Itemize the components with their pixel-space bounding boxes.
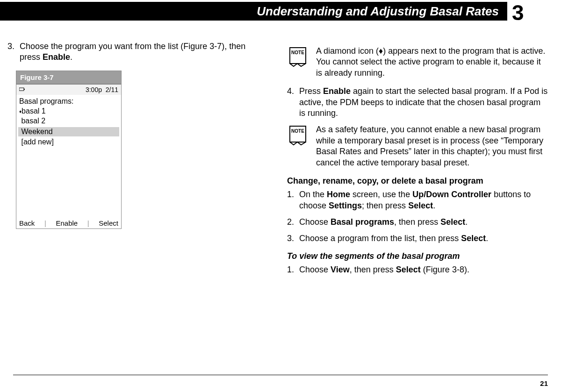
left-column: 3. Choose the program you want from the … <box>7 41 268 364</box>
substep-1: 1. On the Home screen, use the Up/Down C… <box>287 189 548 211</box>
text: Choose a program from the list, then pre… <box>299 234 461 243</box>
bold-enable: Enable <box>323 86 351 96</box>
bold-enable: Enable <box>43 52 70 62</box>
softkey-separator: | <box>87 219 89 228</box>
right-column: NOTE A diamond icon (♦) appears next to … <box>287 41 548 364</box>
device-softkeys: Back | Enable | Select <box>16 219 121 228</box>
device-status-bar: 3:00p 2/11 <box>16 85 121 95</box>
step-body: Press Enable again to start the selected… <box>299 86 548 119</box>
svg-text:NOTE: NOTE <box>291 128 304 134</box>
text: . <box>486 234 488 243</box>
text: Choose <box>299 217 331 227</box>
bold-select: Select <box>396 265 421 274</box>
softkey-select: Select <box>99 219 118 228</box>
item-label: basal 1 <box>22 107 46 115</box>
text: . <box>70 52 72 62</box>
step-3: 3. Choose the program you want from the … <box>7 41 268 63</box>
bold-home: Home <box>327 190 350 199</box>
softkey-separator: | <box>44 219 46 228</box>
time-text: 3:00p <box>86 86 102 93</box>
step-number: 1. <box>287 189 295 211</box>
text: . <box>465 217 468 227</box>
pod-status-icon <box>19 86 26 94</box>
bold-view: View <box>331 265 350 274</box>
step-number: 4. <box>287 86 295 119</box>
step-number: 2. <box>287 217 295 228</box>
note-icon: NOTE <box>287 46 309 68</box>
device-screen: 3:00p 2/11 Basal programs: ♦basal 1 basa… <box>16 84 122 229</box>
step-number: 3. <box>7 41 16 63</box>
item-label: [add new] <box>21 138 53 146</box>
note-icon: NOTE <box>287 124 309 147</box>
device-list-title: Basal programs: <box>19 97 118 107</box>
svg-rect-0 <box>19 88 24 91</box>
svg-text:NOTE: NOTE <box>291 50 304 55</box>
text: (Figure 3-8). <box>421 265 469 274</box>
text: , then press <box>350 265 396 274</box>
note-box: NOTE As a safety feature, you cannot ena… <box>287 124 548 168</box>
date-text: 2/11 <box>106 86 118 93</box>
text: ; then press <box>362 201 408 210</box>
step-number: 3. <box>287 233 295 244</box>
step-number: 1. <box>287 264 295 275</box>
substep-3: 3. Choose a program from the list, then … <box>287 233 548 244</box>
device-list-item: basal 2 <box>19 116 118 126</box>
text: On the <box>299 190 327 199</box>
subheading: Change, rename, copy, or delete a basal … <box>287 176 548 186</box>
footer-divider <box>13 375 548 375</box>
step-body: Choose View, then press Select (Figure 3… <box>299 264 548 275</box>
text: Press <box>299 86 323 96</box>
step-body: On the Home screen, use the Up/Down Cont… <box>299 189 548 211</box>
step-body: Choose Basal programs, then press Select… <box>299 217 548 228</box>
view-step-1: 1. Choose View, then press Select (Figur… <box>287 264 548 275</box>
text: Choose <box>299 265 331 274</box>
note-box: NOTE A diamond icon (♦) appears next to … <box>287 46 548 78</box>
substep-2: 2. Choose Basal programs, then press Sel… <box>287 217 548 228</box>
bold-basalprograms: Basal programs <box>331 217 394 227</box>
document-page: Understanding and Adjusting Basal Rates … <box>0 0 561 392</box>
chapter-title: Understanding and Adjusting Basal Rates <box>257 2 507 21</box>
text: . <box>433 201 435 210</box>
softkey-back: Back <box>19 219 35 228</box>
device-list-item-selected: Weekend <box>18 127 119 137</box>
step-body: Choose a program from the list, then pre… <box>299 233 548 244</box>
device-list-item: [add new] <box>19 137 118 147</box>
bold-select: Select <box>440 217 465 227</box>
step-4: 4. Press Enable again to start the selec… <box>287 86 548 119</box>
figure-3-7: Figure 3-7 3:00p 2/11 Basal programs: ♦b… <box>16 71 122 229</box>
svg-rect-1 <box>24 89 25 90</box>
note-text: A diamond icon (♦) appears next to the p… <box>316 46 548 78</box>
figure-label: Figure 3-7 <box>16 71 122 85</box>
device-time: 3:00p 2/11 <box>86 86 118 94</box>
item-label: Weekend <box>21 128 52 135</box>
step-body: Choose the program you want from the lis… <box>20 41 268 63</box>
softkey-enable: Enable <box>56 219 78 228</box>
bold-select: Select <box>408 201 433 210</box>
bold-select: Select <box>461 234 486 243</box>
text: screen, use the <box>350 190 412 199</box>
page-number: 21 <box>540 379 548 387</box>
bold-updown: Up/Down Controller <box>412 190 491 199</box>
text: , then press <box>394 217 440 227</box>
chapter-header: Understanding and Adjusting Basal Rates … <box>0 2 561 21</box>
content-area: 3. Choose the program you want from the … <box>7 41 548 364</box>
device-body: Basal programs: ♦basal 1 basal 2 Weekend… <box>16 95 121 147</box>
subheading-italic: To view the segments of the basal progra… <box>287 251 548 262</box>
device-list-item: ♦basal 1 <box>19 107 118 116</box>
chapter-number: 3 <box>512 0 524 25</box>
header-bar: Understanding and Adjusting Basal Rates <box>0 2 507 21</box>
bold-settings: Settings <box>329 201 362 210</box>
item-label: basal 2 <box>21 117 45 125</box>
note-text: As a safety feature, you cannot enable a… <box>316 124 548 168</box>
